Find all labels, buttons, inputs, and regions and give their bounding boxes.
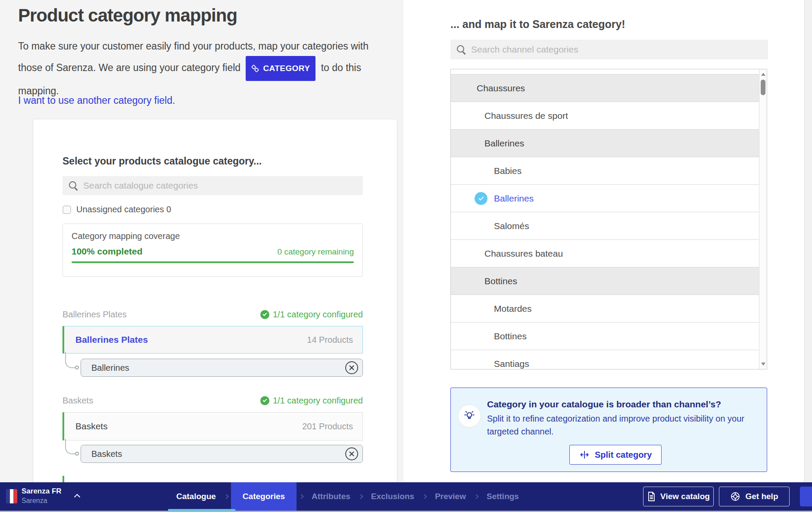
channel-category-rows: Chaussures Chaussures de sport Ballerine…	[451, 69, 759, 369]
category-label: Chaussures	[477, 83, 525, 93]
channel-search	[450, 40, 768, 59]
catalogue-card-heading: Select your products catalogue category.…	[62, 155, 262, 167]
category-label: Salomés	[494, 221, 529, 231]
catalogue-category-baskets[interactable]: Baskets 201 Products	[62, 412, 363, 441]
list-item-ballerines-group[interactable]: Ballerines	[451, 130, 759, 157]
category-label: Santiags	[494, 359, 529, 369]
description-line2-suffix: to do this	[321, 62, 361, 73]
use-another-category-field-link[interactable]: I want to use another category field.	[18, 95, 175, 106]
description-line2-prefix: those of Sarenza. We are using your cate…	[18, 62, 240, 73]
category-label: Bottines	[494, 331, 527, 341]
category-label: Motardes	[494, 304, 532, 314]
catalogue-search-input[interactable]	[83, 180, 357, 191]
list-scrollbar[interactable]	[759, 69, 767, 369]
step-categories[interactable]: Categories	[231, 482, 297, 511]
configured-label: 1/1 category configured	[273, 396, 363, 406]
page-description: To make sure your customer easily find y…	[18, 36, 397, 101]
configured-label: 1/1 category configured	[273, 310, 363, 320]
split-category-button[interactable]: Split category	[569, 445, 662, 465]
chevron-right-icon	[422, 494, 427, 499]
list-item-santiags[interactable]: Santiags	[451, 350, 759, 369]
configured-status: 1/1 category configured	[260, 396, 363, 406]
unassigned-checkbox[interactable]	[62, 205, 71, 214]
mapped-chip-ballerines: Ballerines	[81, 359, 363, 377]
store-switcher-chevron-up-icon[interactable]	[74, 494, 80, 500]
document-icon	[647, 491, 656, 502]
chevron-right-icon	[474, 494, 478, 499]
section-header-ballerines-plates: Ballerines Plates 1/1 category configure…	[62, 310, 363, 320]
lightbulb-icon	[463, 410, 476, 422]
remove-mapping-button[interactable]	[345, 447, 358, 460]
list-item-ballerines-selected[interactable]: Ballerines	[451, 185, 759, 212]
scrollbar-thumb[interactable]	[761, 80, 765, 95]
category-label: Babies	[494, 166, 522, 176]
list-item-bottines[interactable]: Bottines	[451, 323, 759, 350]
channel-search-input[interactable]	[471, 44, 762, 55]
tip-body-line2: targeted channel.	[487, 427, 554, 437]
step-catalogue[interactable]: Catalogue	[171, 492, 222, 501]
split-category-tip: Category in your catalogue is broader th…	[450, 388, 767, 472]
mapping-node-dot	[75, 366, 79, 369]
mapped-chip-label: Ballerines	[91, 363, 129, 373]
category-label: Chaussures bateau	[484, 248, 563, 259]
selected-check-icon	[475, 192, 487, 205]
scroll-up-arrow-icon[interactable]	[761, 73, 765, 76]
step-preview[interactable]: Preview	[429, 492, 472, 501]
unassigned-label: Unassigned categories 0	[76, 205, 171, 214]
chevron-right-icon	[224, 494, 228, 499]
get-help-label: Get help	[745, 492, 778, 501]
list-item-chaussures[interactable]: Chaussures	[451, 74, 759, 102]
scroll-down-arrow-icon[interactable]	[761, 363, 765, 366]
remove-mapping-button[interactable]	[345, 361, 358, 374]
product-category-mapping-page: Product category mapping To make sure yo…	[0, 0, 812, 512]
list-item-bottines-group[interactable]: Bottines	[451, 267, 759, 295]
list-item-salomes[interactable]: Salomés	[451, 212, 759, 240]
search-icon	[456, 45, 466, 54]
step-exclusions[interactable]: Exclusions	[365, 492, 420, 501]
list-item-partial[interactable]	[451, 69, 759, 74]
category-label: Bottines	[484, 276, 517, 286]
view-catalog-label: View catalog	[660, 492, 710, 501]
mapping-node-dot	[75, 452, 79, 456]
check-circle-icon	[260, 396, 269, 405]
lightbulb-badge	[458, 404, 481, 428]
tip-title: Category in your catalogue is broader th…	[487, 399, 721, 410]
partial-action-button[interactable]	[800, 487, 812, 506]
view-catalog-button[interactable]: View catalog	[643, 487, 714, 506]
category-field-badge: CATEGORY	[246, 56, 315, 81]
step-attributes[interactable]: Attributes	[306, 492, 356, 501]
mapped-chip-label: Baskets	[91, 449, 122, 459]
unassigned-filter-row: Unassigned categories 0	[62, 205, 171, 214]
category-badge-label: CATEGORY	[263, 59, 310, 78]
coverage-progress-bar	[72, 261, 354, 263]
catalogue-category-title: Ballerines Plates	[75, 335, 148, 345]
section-label: Ballerines Plates	[62, 310, 127, 320]
search-icon	[69, 181, 78, 190]
lifebuoy-icon	[730, 491, 740, 502]
catalogue-category-card: Select your products catalogue category.…	[33, 119, 397, 489]
category-label: Chaussures de sport	[484, 111, 568, 121]
store-subtitle: Sarenza	[22, 497, 47, 505]
coverage-remaining: 0 category remaining	[278, 247, 354, 257]
list-item-chaussures-de-sport[interactable]: Chaussures de sport	[451, 102, 759, 130]
coverage-panel: Category mapping coverage 100% completed…	[62, 223, 363, 277]
workflow-steps: Catalogue Categories Attributes Exclusio…	[171, 482, 525, 511]
catalogue-category-products: 201 Products	[302, 422, 353, 431]
step-settings[interactable]: Settings	[481, 492, 525, 501]
list-item-motardes[interactable]: Motardes	[451, 295, 759, 323]
catalogue-search	[62, 176, 363, 195]
description-line1: To make sure your customer easily find y…	[18, 40, 369, 52]
page-scrollbar[interactable]	[804, 0, 812, 482]
catalogue-category-ballerines-plates[interactable]: Ballerines Plates 14 Products	[62, 326, 363, 354]
category-label: Ballerines	[494, 193, 534, 204]
list-item-chaussures-bateau[interactable]: Chaussures bateau	[451, 240, 759, 267]
coverage-completed: 100% completed	[72, 246, 143, 257]
coverage-row: 100% completed 0 category remaining	[72, 246, 354, 257]
channel-panel-heading: ... and map it to Sarenza category!	[450, 18, 625, 31]
get-help-button[interactable]: Get help	[719, 487, 790, 506]
chevron-right-icon	[299, 494, 303, 499]
france-flag-icon	[6, 489, 17, 503]
list-item-babies[interactable]: Babies	[451, 157, 759, 185]
bottom-navbar: Sarenza FR Sarenza Catalogue Categories …	[0, 482, 812, 511]
channel-category-list: Chaussures Chaussures de sport Ballerine…	[450, 69, 767, 369]
